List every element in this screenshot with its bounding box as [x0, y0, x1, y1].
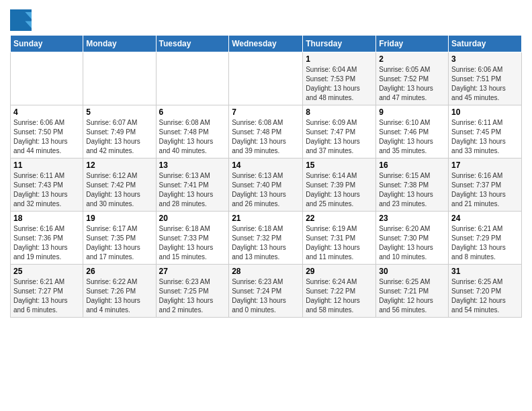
header-cell-wednesday: Wednesday: [229, 36, 303, 52]
calendar-cell: 11Sunrise: 6:11 AM Sunset: 7:43 PM Dayli…: [11, 158, 83, 212]
day-info: Sunrise: 6:06 AM Sunset: 7:50 PM Dayligh…: [13, 118, 80, 156]
day-info: Sunrise: 6:19 AM Sunset: 7:31 PM Dayligh…: [306, 224, 373, 262]
calendar-header: SundayMondayTuesdayWednesdayThursdayFrid…: [11, 36, 522, 52]
day-number: 9: [379, 107, 445, 117]
day-info: Sunrise: 6:09 AM Sunset: 7:47 PM Dayligh…: [306, 118, 373, 156]
day-info: Sunrise: 6:24 AM Sunset: 7:22 PM Dayligh…: [306, 277, 373, 315]
day-number: 14: [232, 161, 300, 170]
day-number: 26: [86, 267, 152, 276]
day-number: 31: [451, 267, 519, 276]
calendar-cell: 31Sunrise: 6:25 AM Sunset: 7:20 PM Dayli…: [449, 265, 522, 318]
day-number: 2: [379, 54, 445, 64]
calendar-cell: 7Sunrise: 6:08 AM Sunset: 7:48 PM Daylig…: [229, 105, 303, 158]
day-number: 25: [13, 267, 80, 276]
calendar-cell: 4Sunrise: 6:06 AM Sunset: 7:50 PM Daylig…: [11, 105, 83, 158]
calendar-cell: 29Sunrise: 6:24 AM Sunset: 7:22 PM Dayli…: [303, 265, 376, 318]
day-number: 28: [232, 267, 300, 276]
calendar-cell: [229, 52, 303, 105]
day-info: Sunrise: 6:14 AM Sunset: 7:39 PM Dayligh…: [306, 171, 373, 209]
day-info: Sunrise: 6:25 AM Sunset: 7:20 PM Dayligh…: [451, 277, 519, 315]
logo: [10, 9, 36, 31]
logo-icon: [10, 9, 32, 31]
calendar-cell: 20Sunrise: 6:18 AM Sunset: 7:33 PM Dayli…: [156, 212, 229, 265]
day-number: 21: [232, 214, 300, 223]
week-row-5: 25Sunrise: 6:21 AM Sunset: 7:27 PM Dayli…: [11, 265, 522, 318]
day-info: Sunrise: 6:08 AM Sunset: 7:48 PM Dayligh…: [232, 118, 300, 156]
day-number: 13: [159, 161, 226, 170]
day-info: Sunrise: 6:11 AM Sunset: 7:43 PM Dayligh…: [13, 171, 80, 209]
day-number: 1: [306, 54, 373, 64]
day-info: Sunrise: 6:13 AM Sunset: 7:40 PM Dayligh…: [232, 171, 300, 209]
calendar-cell: [156, 52, 229, 105]
day-number: 17: [451, 161, 519, 170]
day-info: Sunrise: 6:18 AM Sunset: 7:32 PM Dayligh…: [232, 224, 300, 262]
calendar-cell: 30Sunrise: 6:25 AM Sunset: 7:21 PM Dayli…: [376, 265, 449, 318]
day-number: 24: [451, 214, 519, 223]
calendar-cell: 19Sunrise: 6:17 AM Sunset: 7:35 PM Dayli…: [83, 212, 156, 265]
calendar-cell: 2Sunrise: 6:05 AM Sunset: 7:52 PM Daylig…: [376, 52, 449, 105]
day-info: Sunrise: 6:21 AM Sunset: 7:29 PM Dayligh…: [451, 224, 519, 262]
day-number: 19: [86, 214, 152, 223]
calendar-cell: 13Sunrise: 6:13 AM Sunset: 7:41 PM Dayli…: [156, 158, 229, 212]
day-info: Sunrise: 6:12 AM Sunset: 7:42 PM Dayligh…: [86, 171, 152, 209]
day-info: Sunrise: 6:20 AM Sunset: 7:30 PM Dayligh…: [379, 224, 445, 262]
calendar-cell: 9Sunrise: 6:10 AM Sunset: 7:46 PM Daylig…: [376, 105, 449, 158]
calendar-cell: 6Sunrise: 6:08 AM Sunset: 7:48 PM Daylig…: [156, 105, 229, 158]
calendar-cell: 15Sunrise: 6:14 AM Sunset: 7:39 PM Dayli…: [303, 158, 376, 212]
day-number: 4: [13, 107, 80, 117]
day-info: Sunrise: 6:18 AM Sunset: 7:33 PM Dayligh…: [159, 224, 226, 262]
week-row-4: 18Sunrise: 6:16 AM Sunset: 7:36 PM Dayli…: [11, 212, 522, 265]
header-cell-friday: Friday: [376, 36, 449, 52]
day-number: 7: [232, 107, 300, 117]
calendar-cell: 24Sunrise: 6:21 AM Sunset: 7:29 PM Dayli…: [449, 212, 522, 265]
calendar-cell: 1Sunrise: 6:04 AM Sunset: 7:53 PM Daylig…: [303, 52, 376, 105]
week-row-3: 11Sunrise: 6:11 AM Sunset: 7:43 PM Dayli…: [11, 158, 522, 212]
day-number: 6: [159, 107, 226, 117]
calendar-cell: 18Sunrise: 6:16 AM Sunset: 7:36 PM Dayli…: [11, 212, 83, 265]
calendar-cell: 22Sunrise: 6:19 AM Sunset: 7:31 PM Dayli…: [303, 212, 376, 265]
calendar-cell: 10Sunrise: 6:11 AM Sunset: 7:45 PM Dayli…: [449, 105, 522, 158]
day-number: 18: [13, 214, 80, 223]
calendar-cell: 5Sunrise: 6:07 AM Sunset: 7:49 PM Daylig…: [83, 105, 156, 158]
calendar-cell: 27Sunrise: 6:23 AM Sunset: 7:25 PM Dayli…: [156, 265, 229, 318]
calendar-cell: 25Sunrise: 6:21 AM Sunset: 7:27 PM Dayli…: [11, 265, 83, 318]
day-number: 3: [451, 54, 519, 64]
header-cell-monday: Monday: [83, 36, 156, 52]
day-info: Sunrise: 6:25 AM Sunset: 7:21 PM Dayligh…: [379, 277, 445, 315]
calendar-table: SundayMondayTuesdayWednesdayThursdayFrid…: [10, 35, 522, 318]
day-info: Sunrise: 6:13 AM Sunset: 7:41 PM Dayligh…: [159, 171, 226, 209]
day-number: 10: [451, 107, 519, 117]
day-info: Sunrise: 6:22 AM Sunset: 7:26 PM Dayligh…: [86, 277, 152, 315]
calendar-cell: 8Sunrise: 6:09 AM Sunset: 7:47 PM Daylig…: [303, 105, 376, 158]
calendar-cell: 21Sunrise: 6:18 AM Sunset: 7:32 PM Dayli…: [229, 212, 303, 265]
header-cell-sunday: Sunday: [11, 36, 83, 52]
calendar-body: 1Sunrise: 6:04 AM Sunset: 7:53 PM Daylig…: [11, 52, 522, 318]
week-row-1: 1Sunrise: 6:04 AM Sunset: 7:53 PM Daylig…: [11, 52, 522, 105]
day-info: Sunrise: 6:21 AM Sunset: 7:27 PM Dayligh…: [13, 277, 80, 315]
header-cell-thursday: Thursday: [303, 36, 376, 52]
day-info: Sunrise: 6:16 AM Sunset: 7:36 PM Dayligh…: [13, 224, 80, 262]
day-number: 16: [379, 161, 445, 170]
calendar-cell: [11, 52, 83, 105]
calendar-cell: 26Sunrise: 6:22 AM Sunset: 7:26 PM Dayli…: [83, 265, 156, 318]
calendar-cell: 16Sunrise: 6:15 AM Sunset: 7:38 PM Dayli…: [376, 158, 449, 212]
calendar-cell: 23Sunrise: 6:20 AM Sunset: 7:30 PM Dayli…: [376, 212, 449, 265]
header-cell-tuesday: Tuesday: [156, 36, 229, 52]
day-number: 15: [306, 161, 373, 170]
week-row-2: 4Sunrise: 6:06 AM Sunset: 7:50 PM Daylig…: [11, 105, 522, 158]
day-number: 27: [159, 267, 226, 276]
day-number: 23: [379, 214, 445, 223]
day-info: Sunrise: 6:05 AM Sunset: 7:52 PM Dayligh…: [379, 65, 445, 103]
calendar-cell: 14Sunrise: 6:13 AM Sunset: 7:40 PM Dayli…: [229, 158, 303, 212]
day-info: Sunrise: 6:15 AM Sunset: 7:38 PM Dayligh…: [379, 171, 445, 209]
day-info: Sunrise: 6:07 AM Sunset: 7:49 PM Dayligh…: [86, 118, 152, 156]
day-number: 20: [159, 214, 226, 223]
header: [10, 7, 522, 31]
day-info: Sunrise: 6:11 AM Sunset: 7:45 PM Dayligh…: [451, 118, 519, 156]
day-info: Sunrise: 6:06 AM Sunset: 7:51 PM Dayligh…: [451, 65, 519, 103]
day-number: 29: [306, 267, 373, 276]
day-info: Sunrise: 6:08 AM Sunset: 7:48 PM Dayligh…: [159, 118, 226, 156]
header-cell-saturday: Saturday: [449, 36, 522, 52]
day-info: Sunrise: 6:16 AM Sunset: 7:37 PM Dayligh…: [451, 171, 519, 209]
day-number: 30: [379, 267, 445, 276]
